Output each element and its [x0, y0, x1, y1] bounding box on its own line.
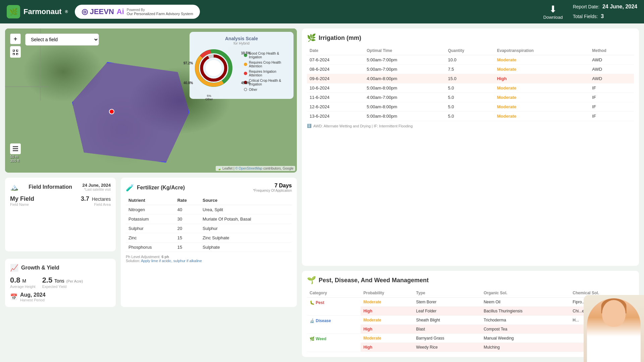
fert-col-nutrient: Nutrient	[126, 196, 175, 205]
field-info-card: 🏔️ Field Information 24 June, 2024 *Last…	[5, 178, 116, 251]
legend-area: Good Crop Health & Irrigation Requires C…	[240, 48, 289, 95]
pest-type: Weedy Rice	[414, 343, 481, 352]
header-left: 🌿 Farmonaut® ◎ JEEVN Ai Powered By Our P…	[7, 5, 200, 19]
irrigation-footnote: AWD: Alternate Wetting and Drying | IF: …	[313, 124, 413, 128]
irrig-date: 13-6-2024	[307, 112, 364, 121]
label-97: 97.2%	[183, 61, 193, 65]
pest-prob: Moderate	[361, 334, 413, 343]
pest-col-category: Category	[307, 289, 361, 298]
irrigation-row: 07-6-20245:00am-7:00pm10.0ModerateAWD	[307, 55, 634, 65]
fertilizer-table: Nutrient Rate Source Nitrogen40Urea, Spl…	[126, 196, 292, 252]
fert-col-source: Source	[200, 196, 292, 205]
fert-nutrient: Sulphur	[126, 224, 175, 233]
fertilizer-freq-label: *Frequency Of Application	[253, 189, 292, 192]
pest-prob: High	[361, 325, 413, 334]
legend-label-irrigation: Requires Irrigation Attention	[249, 70, 289, 77]
legend-label-other: Other	[249, 88, 257, 92]
donut-chart: 97.2% 10.5% 45.8% 5%Other 40.8%	[194, 48, 240, 95]
irrig-date: 08-6-2024	[307, 65, 364, 74]
irrig-qty: 5.0	[445, 93, 494, 102]
legend-dot-irrigation	[244, 72, 247, 75]
svg-point-13	[206, 60, 222, 76]
osm-attr: © OpenStreetMap	[235, 167, 262, 170]
report-date-row: Report Date: 24 June, 2024	[573, 2, 637, 12]
growth-header: 📈 Growth & Yield	[10, 264, 111, 272]
irrigation-header: 🌿 Irrigation (mm)	[307, 34, 634, 42]
irrigation-row: 10-6-20245:00am-8:00pm5.0ModerateIF	[307, 83, 634, 93]
irrig-et: Moderate	[494, 93, 590, 102]
pest-organic: Trichoderma	[481, 316, 570, 325]
growth-title: Growth & Yield	[21, 265, 59, 271]
yield-per: (Per Acre)	[66, 279, 83, 283]
scale-feet: 300 ft	[10, 159, 19, 163]
irrig-qty: 5.0	[445, 102, 494, 112]
fert-source: Urea, Split	[200, 205, 292, 215]
donut-svg	[194, 48, 234, 88]
pest-prob: High	[361, 343, 413, 352]
pest-header: 🌱 Pest, Disease, And Weed Management	[307, 276, 634, 285]
irrig-method: AWD	[589, 55, 634, 65]
fert-rate: 15	[175, 233, 200, 243]
logo-reg: ®	[65, 9, 68, 14]
fertilizer-freq-container: 7 Days *Frequency Of Application	[253, 183, 292, 192]
irrigation-icon: 🌿	[307, 34, 316, 42]
svg-rect-2	[13, 53, 14, 55]
field-name: My Field	[10, 195, 34, 202]
analysis-content: 97.2% 10.5% 45.8% 5%Other 40.8% Good	[194, 48, 289, 95]
pest-col-type: Type	[414, 289, 481, 298]
irrig-qty: 10.0	[445, 55, 494, 65]
irrigation-row: 11-6-20244:00am-7:00pm5.0ModerateIF	[307, 93, 634, 102]
legend-other: Other	[244, 88, 289, 92]
fullscreen-button[interactable]	[10, 47, 21, 58]
pest-category: 🔬 Disease	[307, 316, 361, 334]
fertilizer-row: Potassium30Muriate Of Potash, Basal	[126, 215, 292, 224]
pest-organic: Compost Tea	[481, 325, 570, 334]
svg-rect-4	[13, 146, 18, 147]
irrig-col-qty: Quantity	[445, 46, 494, 55]
layers-button[interactable]	[10, 143, 21, 154]
legend-irrigation: Requires Irrigation Attention	[244, 70, 289, 77]
fertilizer-title-group: 🧪 Fertilizer (Kg/Acre)	[126, 184, 185, 192]
harvest-container: Aug, 2024 Harvest Period	[20, 292, 46, 302]
download-button[interactable]: ⬇ Download	[543, 4, 563, 20]
avatar	[584, 295, 644, 362]
fert-rate: 20	[175, 224, 200, 233]
yield-value-row: 2.5 Tons (Per Acre)	[42, 276, 83, 285]
osm-attr2: contributors, Google	[263, 167, 293, 170]
map-background: + − Select a field 50 m	[5, 28, 297, 173]
fertilizer-freq-days: 7 Days	[253, 183, 292, 189]
legend-label-good: Good Crop Health & Irrigation	[249, 52, 289, 59]
fert-source: Muriate Of Potash, Basal	[200, 215, 292, 224]
irrig-time: 5:00am-7:00pm	[364, 55, 445, 65]
yield-value: 2.5	[42, 276, 53, 284]
irrigation-row: 12-6-20245:00am-8:00pm5.0ModerateIF	[307, 102, 634, 112]
irrig-qty: 15.0	[445, 74, 494, 83]
pest-type: Stem Borer	[414, 298, 481, 307]
field-date-sub: *Last satellite visit	[82, 188, 111, 191]
powered-sub: Our Personalized Farm Advisory System	[127, 12, 193, 16]
pest-organic: Bacillus Thuringiensis	[481, 307, 570, 316]
irrig-col-method: Method	[589, 46, 634, 55]
svg-rect-1	[16, 50, 18, 51]
irrig-date: 12-6-2024	[307, 102, 364, 112]
pest-organic: Neem Oil	[481, 298, 570, 307]
fertilizer-icon: 🧪	[126, 184, 134, 192]
irrig-date: 10-6-2024	[307, 83, 364, 93]
legend-dot-other	[244, 88, 247, 91]
irrig-method: IF	[589, 102, 634, 112]
irrig-time: 5:00am-8:00pm	[364, 112, 445, 121]
height-value: 0.8	[10, 276, 20, 284]
logo: 🌿 Farmonaut®	[7, 5, 68, 18]
legend-label-crop-health: Requires Crop Health Attention	[249, 61, 289, 68]
growth-card: 📈 Growth & Yield 0.8 M Average Height	[5, 259, 116, 307]
height-value-row: 0.8 M	[10, 276, 36, 285]
legend-crop-health: Requires Crop Health Attention	[244, 61, 289, 68]
map-scale: 50 m 300 ft	[10, 155, 19, 163]
field-select[interactable]: Select a field	[25, 34, 99, 46]
calendar-icon: 📅	[10, 293, 17, 301]
yield-unit: Tons	[54, 278, 64, 284]
report-date-label: Report Date:	[573, 4, 599, 9]
legend-label-critical: Critical Crop Health & Irrigation	[249, 79, 289, 86]
zoom-in-button[interactable]: +	[10, 34, 21, 44]
field-date: 24 June, 2024	[82, 183, 111, 188]
